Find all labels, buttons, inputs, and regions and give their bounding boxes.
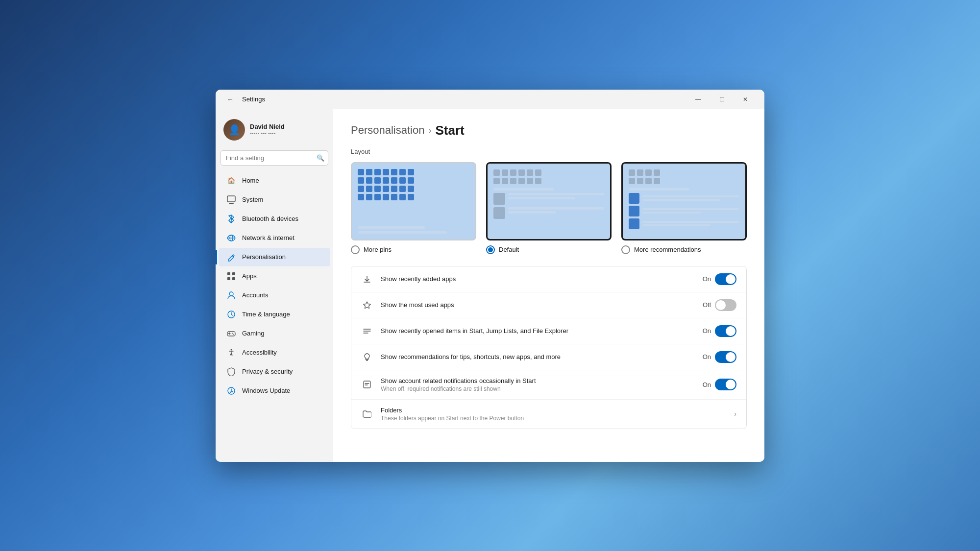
sidebar-item-apps[interactable]: Apps (219, 267, 330, 286)
sidebar-item-gaming[interactable]: Gaming (219, 324, 330, 343)
setting-row-most-used: Show the most used apps Off (351, 292, 746, 318)
svg-rect-0 (227, 196, 235, 202)
toggle-thumb (716, 300, 726, 310)
toggle-account-notifications[interactable] (715, 379, 736, 390)
toggle-recently-opened[interactable] (715, 325, 736, 337)
setting-title-most-used: Show the most used apps (381, 301, 695, 309)
maximize-button[interactable]: ☐ (710, 92, 733, 107)
toggle-label-most-used: Off (703, 301, 711, 309)
toggle-label-account-notifications: On (703, 381, 711, 388)
setting-row-folders[interactable]: Folders These folders appear on Start ne… (351, 400, 746, 429)
minimize-button[interactable]: — (687, 92, 710, 107)
account-notif-icon (361, 379, 373, 390)
layout-label-more-recommendations: More recommendations (634, 246, 701, 253)
setting-title-account-notifications: Show account related notifications occas… (381, 377, 695, 384)
layout-preview-more-recommendations (621, 162, 747, 240)
user-subtitle: ••••• ••• •••• (250, 130, 285, 136)
apps-icon (226, 271, 236, 281)
sidebar-item-label: Network & internet (242, 234, 294, 241)
layout-label-more-pins: More pins (364, 246, 392, 253)
toggle-thumb (726, 380, 735, 389)
layout-options: More pins (351, 162, 747, 254)
toggle-recommendations[interactable] (715, 351, 736, 363)
svg-point-9 (229, 292, 233, 296)
accessibility-icon (226, 348, 236, 358)
titlebar-left: ← Settings (223, 93, 265, 106)
layout-card-default[interactable]: Default (486, 162, 612, 254)
setting-text-account-notifications: Show account related notifications occas… (381, 377, 695, 392)
sidebar-item-label: Home (242, 177, 259, 184)
setting-text-recommendations: Show recommendations for tips, shortcuts… (381, 353, 695, 360)
sidebar: 👤 David Nield ••••• ••• •••• 🔍 🏠 Home (216, 109, 333, 462)
folder-icon (361, 408, 373, 420)
network-icon (226, 233, 236, 243)
layout-radio-more-recommendations[interactable] (621, 245, 630, 254)
sidebar-item-home[interactable]: 🏠 Home (219, 171, 330, 190)
home-icon: 🏠 (226, 176, 236, 186)
breadcrumb-current: Start (435, 123, 464, 138)
sidebar-item-label: Accessibility (242, 349, 277, 356)
svg-rect-8 (232, 277, 235, 280)
layout-card-more-pins[interactable]: More pins (351, 162, 476, 254)
layout-radio-default[interactable] (486, 245, 495, 254)
setting-row-account-notifications: Show account related notifications occas… (351, 370, 746, 400)
layout-label-default: Default (499, 246, 519, 253)
breadcrumb: Personalisation › Start (351, 123, 747, 138)
personalisation-icon (226, 252, 236, 262)
layout-radio-row-more-pins: More pins (351, 245, 476, 254)
svg-rect-7 (227, 277, 230, 280)
system-icon (226, 195, 236, 205)
toggle-label-recently-added: On (703, 275, 711, 283)
search-input[interactable] (220, 150, 328, 166)
back-button[interactable]: ← (223, 93, 237, 106)
toggle-most-used[interactable] (715, 299, 736, 311)
titlebar-controls: — ☐ ✕ (687, 92, 757, 107)
setting-sub-folders: These folders appear on Start next to th… (381, 415, 726, 422)
window-title: Settings (242, 96, 265, 103)
layout-radio-row-more-recommendations: More recommendations (621, 245, 747, 254)
sidebar-item-privacy[interactable]: Privacy & security (219, 362, 330, 381)
setting-title-folders: Folders (381, 407, 726, 414)
setting-text-recently-added: Show recently added apps (381, 275, 695, 283)
sidebar-item-label: System (242, 196, 263, 203)
sidebar-item-time[interactable]: Time & language (219, 305, 330, 324)
breadcrumb-parent: Personalisation (351, 124, 424, 137)
titlebar: ← Settings — ☐ ✕ (216, 90, 764, 109)
sidebar-item-label: Privacy & security (242, 368, 293, 375)
settings-list: Show recently added apps On (351, 266, 747, 429)
svg-rect-6 (232, 272, 235, 275)
accounts-icon (226, 290, 236, 300)
sidebar-item-label: Time & language (242, 311, 290, 318)
sidebar-item-update[interactable]: Windows Update (219, 382, 330, 400)
svg-rect-5 (227, 272, 230, 275)
layout-radio-more-pins[interactable] (351, 245, 360, 254)
toggle-recently-added[interactable] (715, 273, 736, 285)
sidebar-item-network[interactable]: Network & internet (219, 229, 330, 247)
layout-card-more-recommendations[interactable]: More recommendations (621, 162, 747, 254)
sidebar-item-label: Windows Update (242, 387, 290, 394)
breadcrumb-separator: › (428, 125, 431, 136)
close-button[interactable]: ✕ (734, 92, 757, 107)
setting-control-folders: › (734, 410, 736, 418)
sidebar-item-accounts[interactable]: Accounts (219, 286, 330, 305)
bluetooth-icon (226, 214, 236, 224)
sidebar-item-personalisation[interactable]: Personalisation (219, 248, 330, 266)
content-area: 👤 David Nield ••••• ••• •••• 🔍 🏠 Home (216, 109, 764, 462)
setting-control-account-notifications: On (703, 379, 736, 390)
setting-title-recently-opened: Show recently opened items in Start, Jum… (381, 327, 695, 335)
svg-point-15 (233, 334, 234, 335)
download-icon (361, 273, 373, 285)
sidebar-item-label: Personalisation (242, 253, 286, 261)
user-profile: 👤 David Nield ••••• ••• •••• (216, 113, 333, 146)
setting-control-most-used: Off (703, 299, 736, 311)
update-icon (226, 386, 236, 396)
setting-control-recently-opened: On (703, 325, 736, 337)
sidebar-item-accessibility[interactable]: Accessibility (219, 343, 330, 362)
sidebar-item-label: Apps (242, 272, 257, 280)
sidebar-item-system[interactable]: System (219, 191, 330, 209)
layout-preview-default (486, 162, 612, 240)
lightbulb-icon (361, 351, 373, 363)
avatar: 👤 (223, 119, 245, 141)
sidebar-item-bluetooth[interactable]: Bluetooth & devices (219, 210, 330, 228)
toggle-thumb (726, 352, 735, 362)
